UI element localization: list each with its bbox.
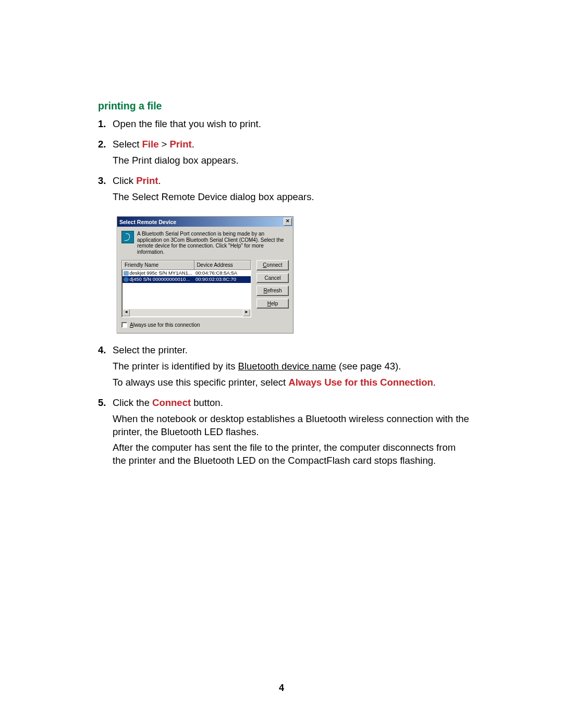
step-item: 2.Select File > Print.The Print dialog b… [98,138,471,170]
text: To always use this specific printer, sel… [113,377,288,388]
table-row[interactable]: dj450 S/N 000000000010...00:90:02:03:8C:… [123,276,251,283]
step-line: Open the file that you wish to print. [113,118,471,131]
text: . [433,377,436,388]
step-line: When the notebook or desktop establishes… [113,413,471,439]
text: (see page 43). [336,361,401,372]
text: button. [191,397,223,408]
device-ball-icon [124,277,129,282]
step-number: 2. [98,138,113,170]
step-number: 4. [98,344,113,392]
step-line: The printer is identified by its Bluetoo… [113,360,471,373]
device-address-cell: 00:04:76:C8:5A:5A [194,269,251,276]
text: The Select Remote Device dialog box appe… [113,191,314,202]
dialog-content: Friendly NameDevice Addressdeskjet 995c … [121,260,289,329]
step-line: Click Print. [113,175,471,188]
text: Open the file that you wish to print. [113,118,261,129]
section-heading: printing a file [98,99,471,113]
step-line: The Select Remote Device dialog box appe… [113,191,471,204]
text: Select [113,139,142,150]
document-page: printing a file 1.Open the file that you… [0,0,563,728]
step-number: 3. [98,175,113,207]
info-row: A Bluetooth Serial Port connection is be… [121,231,289,255]
device-address-cell: 00:90:02:03:8C:70 [194,276,251,283]
step-line: To always use this specific printer, sel… [113,376,471,389]
checkbox-label: Always use for this connection [130,322,200,329]
dialog-body: A Bluetooth Serial Port connection is be… [117,227,293,333]
step-item: 3.Click Print.The Select Remote Device d… [98,175,471,207]
step-line: The Print dialog box appears. [113,154,471,167]
table-row[interactable]: deskjet 995c S/N MY1AN1...00:04:76:C8:5A… [123,269,251,276]
device-name-cell: dj450 S/N 000000000010... [123,276,194,283]
connect-button[interactable]: Connect [256,260,289,270]
step-item: 4.Select the printer.The printer is iden… [98,344,471,392]
text: Connect [152,397,191,408]
step-body: Select File > Print.The Print dialog box… [113,138,471,170]
checkbox-icon[interactable] [121,322,127,328]
text: Select the printer. [113,344,188,355]
page-number: 4 [0,682,563,694]
scroll-left-icon[interactable]: ◄ [123,309,130,316]
refresh-button[interactable]: Refresh [256,286,289,296]
dialog-titlebar: Select Remote Device✕ [117,217,293,227]
cancel-button[interactable]: Cancel [256,273,289,283]
step-body: Click the Connect button.When the notebo… [113,397,471,471]
text: Click [113,175,136,186]
text: > [158,139,169,150]
step-number: 5. [98,397,113,471]
text: . [158,175,161,186]
device-name-cell: deskjet 995c S/N MY1AN1... [123,269,194,276]
step-body: Select the printer.The printer is identi… [113,344,471,392]
info-text: A Bluetooth Serial Port connection is be… [137,231,289,255]
link-text[interactable]: Bluetooth device name [238,361,336,372]
column-header-address[interactable]: Device Address [194,261,251,270]
dialog-screenshot: Select Remote Device✕A Bluetooth Serial … [117,216,471,334]
text: After the computer has sent the file to … [113,442,456,466]
text: The printer is identified by its [113,361,238,372]
step-item: 5.Click the Connect button.When the note… [98,397,471,471]
column-header-name[interactable]: Friendly Name [123,261,194,270]
text: When the notebook or desktop establishes… [113,413,469,437]
device-list-column: Friendly NameDevice Addressdeskjet 995c … [121,260,251,329]
text: Print [170,139,192,150]
step-line: Select File > Print. [113,138,471,151]
button-column: ConnectCancelRefreshHelp [256,260,289,329]
text: Print [136,175,158,186]
help-button[interactable]: Help [256,299,289,309]
always-use-checkbox-row[interactable]: Always use for this connection [121,322,251,329]
dialog-title: Select Remote Device [119,218,284,226]
step-line: Click the Connect button. [113,397,471,410]
dialog-container: Select Remote Device✕A Bluetooth Serial … [98,216,471,334]
step-number: 1. [98,118,113,134]
device-listbox[interactable]: Friendly NameDevice Addressdeskjet 995c … [121,260,251,317]
step-item: 1.Open the file that you wish to print. [98,118,471,134]
step-body: Click Print.The Select Remote Device dia… [113,175,471,207]
printer-icon [124,271,129,276]
text: File [142,139,159,150]
text: Always Use for this Connection [288,377,433,388]
step-line: Select the printer. [113,344,471,357]
text: Click the [113,397,152,408]
close-icon[interactable]: ✕ [284,218,292,226]
step-body: Open the file that you wish to print. [113,118,471,134]
steps-list: 1.Open the file that you wish to print.2… [98,118,471,471]
text: . [192,139,194,150]
bluetooth-icon [121,231,134,243]
horizontal-scrollbar[interactable]: ◄► [123,309,250,316]
scroll-right-icon[interactable]: ► [243,309,250,316]
select-remote-device-dialog: Select Remote Device✕A Bluetooth Serial … [117,216,293,334]
text: The Print dialog box appears. [113,155,239,166]
step-line: After the computer has sent the file to … [113,441,471,467]
